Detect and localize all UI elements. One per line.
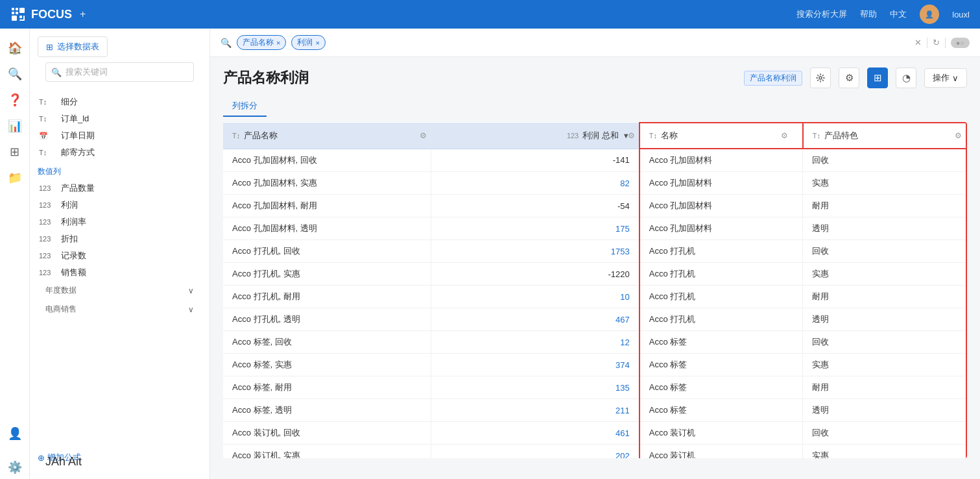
num-section-title: 数值列	[38, 166, 202, 177]
app-logo[interactable]: FOCUS	[10, 6, 72, 22]
svg-rect-6	[19, 16, 22, 18]
nav-help-button[interactable]: ❓	[3, 88, 27, 112]
cell-name: Acco 标签	[639, 354, 803, 376]
field-type-icon: 123	[39, 201, 57, 209]
operate-button[interactable]: 操作 ∨	[924, 68, 967, 88]
chart-icon	[815, 73, 826, 83]
search-divider	[927, 38, 927, 48]
svg-rect-8	[23, 16, 25, 21]
fields-section: T↕ 细分 T↕ 订单_ld 📅 订单日期 T↕ 邮寄方式 数值列 123 产品…	[30, 93, 209, 444]
table-row: Acco 标签, 耐用 135 Acco 标签 耐用	[223, 376, 966, 399]
tab-列拆分[interactable]: 列拆分	[223, 96, 267, 117]
tag-利润[interactable]: 利润 ×	[291, 35, 325, 50]
user-avatar[interactable]: 👤	[920, 5, 939, 24]
search-analysis-link[interactable]: 搜索分析大屏	[796, 8, 847, 20]
field-item-利润率[interactable]: 123 利润率	[38, 214, 202, 230]
field-type-icon: 📅	[39, 132, 57, 140]
language-switcher[interactable]: 中文	[890, 8, 907, 20]
section-年度数据[interactable]: 年度数据 ∨	[38, 281, 202, 300]
help-link[interactable]: 帮助	[860, 8, 877, 20]
cell-profit: 202	[431, 445, 639, 459]
username-label: louxl	[952, 10, 970, 19]
field-item-产品数量[interactable]: 123 产品数量	[38, 180, 202, 197]
add-tab-button[interactable]: +	[80, 8, 86, 20]
col-gear-icon[interactable]: ⚙	[781, 131, 788, 140]
clear-search-icon[interactable]: ✕	[914, 38, 922, 47]
col-type-icon: T↕	[649, 132, 657, 140]
cell-profit: 467	[431, 308, 639, 331]
search-actions: ✕ ↻ ●○	[914, 38, 970, 48]
cell-feature: 实惠	[803, 354, 966, 376]
section-电商销售[interactable]: 电商销售 ∨	[38, 300, 202, 319]
cell-name: Acco 标签	[639, 399, 803, 422]
cell-profit: -54	[431, 195, 639, 217]
tag-close-icon[interactable]: ×	[315, 39, 319, 47]
refresh-icon[interactable]: ↻	[933, 38, 940, 47]
search-input[interactable]	[331, 38, 909, 47]
collapse-icon: ∨	[188, 286, 194, 295]
cell-profit: 12	[431, 331, 639, 354]
nav-search-button[interactable]: 🔍	[3, 62, 27, 86]
svg-point-9	[819, 77, 822, 79]
table-row: Acco 标签, 回收 12 Acco 标签 回收	[223, 331, 966, 354]
nav-settings-button[interactable]: ⚙️	[3, 456, 27, 479]
cell-name: Acco 打孔机	[639, 286, 803, 308]
col-label: 名称	[661, 130, 678, 141]
table-row: Acco 孔加固材料, 耐用 -54 Acco 孔加固材料 耐用	[223, 195, 966, 217]
cell-name: Acco 装订机	[639, 445, 803, 459]
nav-folder-button[interactable]: 📁	[3, 166, 27, 190]
field-item-订单日期[interactable]: 📅 订单日期	[38, 127, 202, 144]
col-gear-icon[interactable]: ⚙	[955, 131, 962, 140]
avatar-label: 👤	[925, 10, 934, 19]
svg-rect-2	[12, 12, 14, 14]
nav-table-button[interactable]: ⊞	[3, 140, 27, 164]
left-panel: ⊞ 选择数据表 🔍 搜索关键词 T↕ 细分 T↕ 订单_ld 📅 订单日期 T↕…	[30, 29, 210, 479]
field-item-销售额[interactable]: 123 销售额	[38, 264, 202, 281]
cell-name: Acco 打孔机	[639, 308, 803, 331]
cell-product-name: Acco 打孔机, 透明	[223, 308, 431, 331]
field-item-折扣[interactable]: 123 折扣	[38, 230, 202, 247]
tag-产品名称[interactable]: 产品名称 ×	[237, 35, 286, 50]
field-item-记录数[interactable]: 123 记录数	[38, 247, 202, 264]
search-divider-2	[945, 38, 946, 48]
nav-person-button[interactable]: 👤	[3, 422, 27, 445]
left-iconbar: 🏠 🔍 ❓ 📊 ⊞ 📁 👤 ⚙️	[0, 29, 30, 479]
cell-product-name: Acco 打孔机, 实惠	[223, 263, 431, 286]
cell-name: Acco 装订机	[639, 422, 803, 445]
pie-view-button[interactable]: ◔	[896, 68, 916, 88]
field-item-邮寄方式[interactable]: T↕ 邮寄方式	[38, 144, 202, 161]
col-gear-icon[interactable]: ⚙	[628, 131, 635, 140]
table-row: Acco 打孔机, 透明 467 Acco 打孔机 透明	[223, 308, 966, 331]
col-header-产品特色: T↕ 产品特色 ⚙	[803, 123, 966, 149]
cell-profit: 461	[431, 422, 639, 445]
field-item-细分[interactable]: T↕ 细分	[38, 93, 202, 110]
chart-config-button[interactable]	[810, 68, 831, 88]
cell-name: Acco 孔加固材料	[639, 217, 803, 240]
chevron-down-icon: ∨	[952, 73, 959, 83]
cell-feature: 实惠	[803, 172, 966, 195]
settings-button[interactable]: ⚙	[839, 68, 859, 88]
table-view-button[interactable]: ⊞	[867, 68, 888, 88]
nav-chart-button[interactable]: 📊	[3, 114, 27, 138]
field-label: 折扣	[61, 233, 78, 245]
table-row: Acco 打孔机, 回收 1753 Acco 打孔机 回收	[223, 240, 966, 263]
cell-profit: 135	[431, 376, 639, 399]
cell-feature: 透明	[803, 399, 966, 422]
select-data-button[interactable]: ⊞ 选择数据表	[38, 36, 108, 57]
cell-profit: 374	[431, 354, 639, 376]
nav-home-button[interactable]: 🏠	[3, 36, 27, 60]
toggle-icon[interactable]: ●○	[951, 38, 970, 48]
field-search-box[interactable]: 🔍 搜索关键词	[45, 62, 194, 82]
col-gear-icon[interactable]: ⚙	[420, 131, 427, 140]
field-type-icon: 123	[39, 269, 57, 276]
field-item-订单id[interactable]: T↕ 订单_ld	[38, 110, 202, 127]
col-label: 产品特色	[824, 130, 858, 141]
table-row: Acco 孔加固材料, 回收 -141 Acco 孔加固材料 回收	[223, 149, 966, 172]
field-item-利润[interactable]: 123 利润	[38, 197, 202, 214]
cell-feature: 实惠	[803, 263, 966, 286]
topnav: FOCUS + 搜索分析大屏 帮助 中文 👤 louxl	[0, 0, 980, 29]
field-label: 销售额	[61, 267, 86, 278]
table-row: Acco 打孔机, 实惠 -1220 Acco 打孔机 实惠	[223, 263, 966, 286]
title-tag: 产品名称利润	[744, 71, 802, 86]
tag-close-icon[interactable]: ×	[276, 39, 280, 47]
